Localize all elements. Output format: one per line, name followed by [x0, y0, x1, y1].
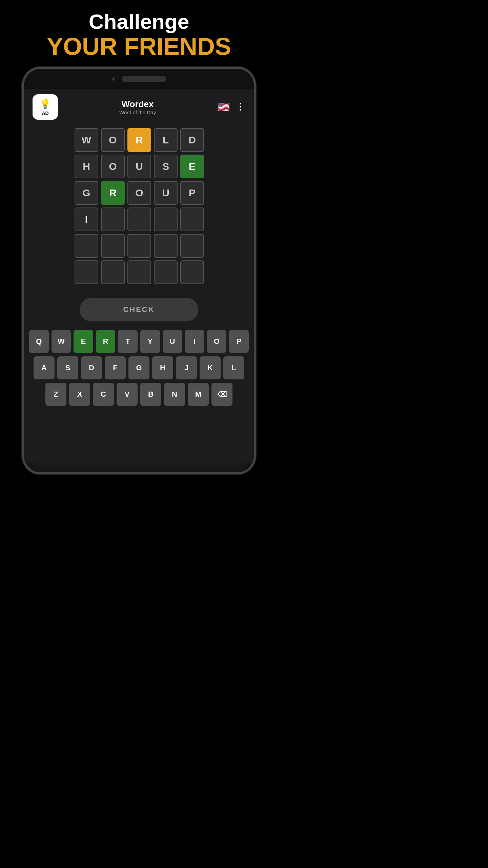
- keyboard-key[interactable]: R: [96, 330, 116, 353]
- keyboard-row: ZXCVBNM⌫: [29, 383, 249, 406]
- grid-cell: O: [101, 155, 125, 178]
- app-title: Wordex: [119, 99, 156, 110]
- camera-dot: [112, 77, 115, 81]
- check-button[interactable]: CHECK: [80, 298, 198, 321]
- lightbulb-icon: 💡: [39, 98, 51, 110]
- keyboard-key[interactable]: ⌫: [211, 383, 232, 406]
- app-content: 💡 AD Wordex Word of the Day 🇺🇸 ⋮ WORLDHO…: [24, 89, 254, 462]
- keyboard-key[interactable]: O: [207, 330, 227, 353]
- friends-text: YOUR FRIENDS: [7, 33, 271, 60]
- ad-badge[interactable]: 💡 AD: [33, 94, 58, 120]
- keyboard-key[interactable]: I: [185, 330, 204, 353]
- grid-cell: U: [127, 155, 151, 178]
- grid-cell: [180, 234, 204, 258]
- grid-cell: I: [75, 208, 98, 231]
- keyboard-key[interactable]: F: [105, 356, 126, 379]
- grid-cell: [154, 260, 178, 284]
- grid-cell: O: [127, 181, 151, 205]
- app-title-area: Wordex Word of the Day: [119, 99, 156, 115]
- keyboard-key[interactable]: Q: [29, 330, 49, 353]
- keyboard-key[interactable]: K: [200, 356, 221, 379]
- keyboard-key[interactable]: Y: [140, 330, 160, 353]
- keyboard-key[interactable]: W: [52, 330, 71, 353]
- header-area: Challenge YOUR FRIENDS: [0, 0, 278, 67]
- grid-cell: R: [127, 128, 151, 152]
- keyboard-key[interactable]: P: [229, 330, 249, 353]
- grid-cell: D: [180, 128, 204, 152]
- keyboard-key[interactable]: T: [118, 330, 138, 353]
- grid-cell: [127, 234, 151, 258]
- keyboard-key[interactable]: G: [128, 356, 149, 379]
- keyboard-key[interactable]: C: [93, 383, 114, 406]
- keyboard-key[interactable]: J: [176, 356, 197, 379]
- grid-cell: U: [154, 181, 178, 205]
- keyboard-key[interactable]: N: [164, 383, 185, 406]
- check-area: CHECK: [24, 289, 254, 327]
- keyboard-key[interactable]: L: [223, 356, 244, 379]
- grid-cell: [154, 234, 178, 258]
- keyboard: QWERTYUIOPASDFGHJKLZXCVBNM⌫: [24, 327, 254, 409]
- ad-label: AD: [42, 111, 48, 116]
- keyboard-key[interactable]: M: [188, 383, 209, 406]
- flag-icon[interactable]: 🇺🇸: [217, 101, 230, 113]
- game-grid: WORLDHOUSEGROUPI: [64, 123, 214, 289]
- grid-cell: H: [75, 155, 98, 178]
- grid-cell: S: [154, 155, 178, 178]
- keyboard-key[interactable]: D: [81, 356, 102, 379]
- grid-cell: [154, 208, 178, 231]
- keyboard-key[interactable]: U: [163, 330, 182, 353]
- grid-cell: O: [101, 128, 125, 152]
- grid-cell: [75, 234, 98, 258]
- challenge-text: Challenge: [7, 10, 271, 33]
- keyboard-key[interactable]: A: [34, 356, 55, 379]
- speaker-bar: [122, 76, 166, 82]
- keyboard-row: QWERTYUIOP: [29, 330, 249, 353]
- grid-cell: [101, 234, 125, 258]
- app-subtitle: Word of the Day: [119, 110, 156, 115]
- grid-cell: P: [180, 181, 204, 205]
- keyboard-key[interactable]: B: [140, 383, 161, 406]
- keyboard-key[interactable]: V: [117, 383, 138, 406]
- grid-cell: [101, 208, 125, 231]
- grid-cell: [180, 260, 204, 284]
- phone-frame: 💡 AD Wordex Word of the Day 🇺🇸 ⋮ WORLDHO…: [22, 67, 256, 474]
- keyboard-row: ASDFGHJKL: [29, 356, 249, 379]
- grid-cell: [75, 260, 98, 284]
- grid-cell: E: [180, 155, 204, 178]
- grid-cell: W: [75, 128, 98, 152]
- app-header: 💡 AD Wordex Word of the Day 🇺🇸 ⋮: [24, 89, 254, 123]
- keyboard-key[interactable]: X: [69, 383, 90, 406]
- keyboard-key[interactable]: H: [152, 356, 173, 379]
- keyboard-key[interactable]: S: [57, 356, 78, 379]
- keyboard-key[interactable]: E: [74, 330, 93, 353]
- grid-cell: L: [154, 128, 178, 152]
- grid-cell: G: [75, 181, 98, 205]
- grid-cell: [180, 208, 204, 231]
- grid-cell: [127, 260, 151, 284]
- phone-top-bar: [24, 69, 254, 89]
- more-icon[interactable]: ⋮: [236, 102, 245, 112]
- header-icons: 🇺🇸 ⋮: [217, 101, 245, 113]
- grid-cell: [101, 260, 125, 284]
- grid-cell: R: [101, 181, 125, 205]
- grid-cell: [127, 208, 151, 231]
- keyboard-key[interactable]: Z: [45, 383, 66, 406]
